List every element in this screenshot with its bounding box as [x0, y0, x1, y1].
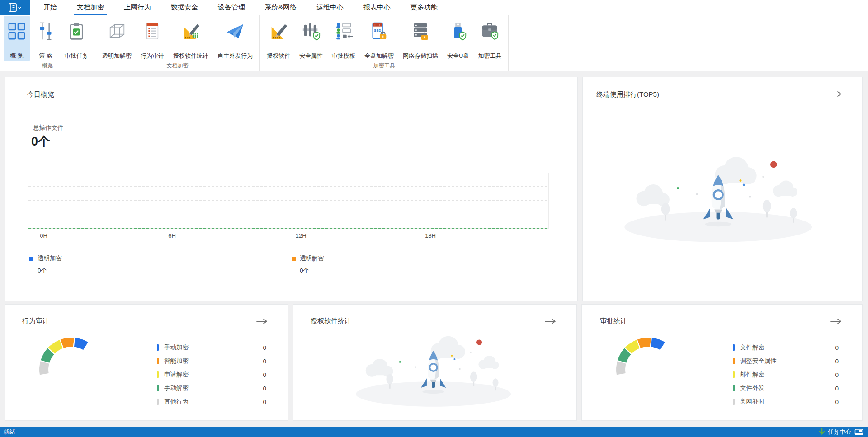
dashboard-content: 今日概览 总操作文件 0个 0H 6H 12H 18H 透明加密 0个 透明解密 [0, 71, 868, 427]
card-today-overview: 今日概览 总操作文件 0个 0H 6H 12H 18H 透明加密 0个 透明解密 [5, 77, 578, 301]
ribbon-button-approval-template[interactable]: 审批模板 [329, 16, 359, 61]
legend-row: 离网补时0 [733, 395, 839, 409]
toolbox-shield-icon [480, 19, 500, 44]
x-tick: 0H [40, 232, 47, 239]
behavior-audit-legend: 手动加密0 智能加密0 申请解密0 手动解密0 其他行为0 [157, 341, 266, 409]
chart-zero-baseline [28, 228, 548, 229]
ssd-lock-icon: SSD [369, 19, 389, 44]
ribbon-group-encryption-tools: 授权软件 安全属性 [260, 15, 509, 71]
legend-item-transparent-decrypt: 透明解密 0个 [292, 254, 324, 275]
terminal-top5-detail-arrow-icon[interactable] [830, 91, 842, 99]
legend-row: 申请解密0 [157, 368, 266, 381]
app-menu-icon [8, 3, 22, 13]
app-window: 开始 文档加密 上网行为 数据安全 设备管理 系统&网络 运维中心 报表中心 更… [0, 0, 868, 437]
policy-sliders-icon [36, 19, 56, 44]
behavior-audit-detail-arrow-icon[interactable] [256, 318, 268, 326]
ribbon-button-licensed-software-stats[interactable]: 授权软件统计 [170, 16, 212, 61]
empty-state-rocket-illustration [353, 328, 518, 409]
legend-row: 智能加密0 [157, 354, 266, 368]
tab-start[interactable]: 开始 [33, 0, 67, 15]
legend-label: 透明加密 [38, 254, 62, 263]
tab-system-network[interactable]: 系统&网络 [255, 0, 307, 15]
paper-plane-icon [225, 19, 245, 44]
empty-state-rocket-illustration [621, 147, 820, 244]
ribbon-group-label-encryption-tools: 加密工具 [264, 61, 505, 71]
console-panel-icon[interactable] [854, 428, 863, 436]
behavior-audit-arc-chart [24, 324, 96, 380]
approval-stats-arc-chart [601, 324, 673, 380]
tab-data-security[interactable]: 数据安全 [161, 0, 208, 15]
usb-shield-icon [448, 19, 468, 44]
card-approval-stats: 审批统计 文件解密0 调整安全属性0 邮件解密0 文件外发0 离网补时0 [581, 304, 863, 421]
security-attributes-icon [301, 19, 321, 44]
card-licensed-software-stats: 授权软件统计 [293, 304, 577, 421]
tab-device-management[interactable]: 设备管理 [208, 0, 255, 15]
ribbon-group-label-overview: 概览 [4, 61, 91, 71]
licensed-software-icon [269, 19, 288, 44]
ribbon-button-outgoing-behavior[interactable]: 自主外发行为 [214, 16, 256, 61]
ribbon-button-approval-tasks[interactable]: 审批任务 [61, 16, 91, 61]
legend-row: 其他行为0 [157, 395, 266, 409]
audit-list-icon [142, 19, 162, 44]
approval-tasks-icon [66, 19, 86, 44]
legend-marker [292, 257, 296, 261]
transparent-cube-icon [107, 19, 127, 44]
ribbon-button-overview[interactable]: 概 览 [4, 16, 30, 61]
x-tick: 18H [425, 232, 436, 239]
card-title-terminal-top5: 终端使用排行(TOP5) [596, 90, 659, 99]
legend-row: 文件外发0 [733, 381, 839, 395]
download-arrow-icon [819, 428, 825, 436]
legend-marker [29, 257, 33, 261]
ribbon-button-network-storage-scan[interactable]: 网络存储扫描 [400, 16, 441, 61]
tab-more-features[interactable]: 更多功能 [401, 0, 448, 15]
ribbon-group-overview: 概 览 策 略 [0, 15, 95, 71]
total-files-label: 总操作文件 [33, 124, 64, 132]
card-title-today: 今日概览 [27, 90, 54, 99]
task-center-label: 任务中心 [828, 428, 851, 436]
ribbon-button-encryption-tools[interactable]: 加密工具 [475, 16, 505, 61]
task-center-button[interactable]: 任务中心 [819, 428, 851, 436]
tab-ops-center[interactable]: 运维中心 [307, 0, 354, 15]
ribbon-button-secure-usb[interactable]: 安全U盘 [444, 16, 472, 61]
legend-value: 0个 [300, 267, 324, 275]
tab-doc-encryption[interactable]: 文档加密 [67, 0, 114, 15]
today-line-chart [28, 173, 549, 229]
card-behavior-audit: 行为审计 手动加密0 智能加密0 申请解密0 手动解密0 其他行为0 [5, 304, 288, 421]
ribbon-button-security-attributes[interactable]: 安全属性 [296, 16, 326, 61]
ribbon-button-licensed-software[interactable]: 授权软件 [264, 16, 293, 61]
status-ready-text: 就绪 [4, 428, 15, 436]
ribbon-button-behavior-audit[interactable]: 行为审计 [137, 16, 167, 61]
status-bar: 就绪 任务中心 [0, 427, 868, 437]
approval-stats-detail-arrow-icon[interactable] [830, 318, 842, 326]
total-files-value: 0个 [31, 133, 50, 150]
legend-row: 调整安全属性0 [733, 354, 839, 368]
approval-template-icon [334, 19, 354, 44]
legend-value: 0个 [38, 267, 62, 275]
licensed-software-detail-arrow-icon[interactable] [544, 318, 556, 326]
legend-label: 透明解密 [300, 254, 324, 263]
chart-x-axis: 0H 6H 12H 18H [28, 232, 548, 240]
legend-row: 文件解密0 [733, 341, 839, 354]
ribbon-group-label-doc-encryption: 文档加密 [99, 61, 256, 71]
tab-report-center[interactable]: 报表中心 [354, 0, 401, 15]
ribbon-group-doc-encryption: 透明加解密 行为审计 [95, 15, 260, 71]
legend-row: 手动加密0 [157, 341, 266, 354]
ribbon-tab-bar: 开始 文档加密 上网行为 数据安全 设备管理 系统&网络 运维中心 报表中心 更… [0, 0, 868, 15]
legend-item-transparent-encrypt: 透明加密 0个 [29, 254, 62, 275]
ribbon-tabs: 开始 文档加密 上网行为 数据安全 设备管理 系统&网络 运维中心 报表中心 更… [30, 0, 448, 15]
card-terminal-top5: 终端使用排行(TOP5) [582, 77, 863, 301]
licensed-software-stats-icon [181, 19, 201, 44]
ribbon-button-fulldisk-encdec[interactable]: SSD 全盘加解密 [361, 16, 397, 61]
ribbon-button-policy[interactable]: 策 略 [33, 16, 59, 61]
server-lock-icon [410, 19, 430, 44]
tab-web-behavior[interactable]: 上网行为 [114, 0, 161, 15]
x-tick: 6H [168, 232, 176, 239]
ribbon-button-transparent-encdec[interactable]: 透明加解密 [99, 16, 135, 61]
ribbon: 概 览 策 略 [0, 15, 868, 71]
overview-grid-icon [7, 19, 27, 44]
legend-row: 手动解密0 [157, 381, 266, 395]
svg-text:SSD: SSD [374, 28, 381, 33]
x-tick: 12H [296, 232, 307, 239]
card-title-licensed-software-stats: 授权软件统计 [311, 317, 351, 325]
app-menu-button[interactable] [0, 0, 30, 15]
